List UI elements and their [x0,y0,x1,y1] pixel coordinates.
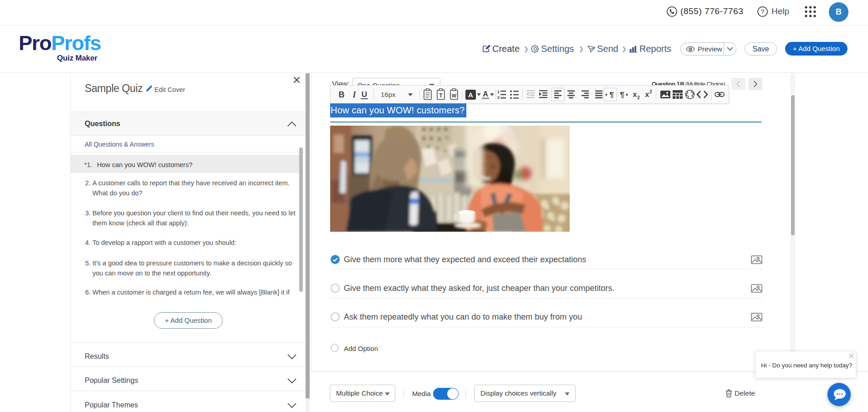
svg-text:A: A [483,90,488,98]
svg-text:1: 1 [497,90,500,94]
svg-text:16px: 16px [381,91,396,98]
svg-text:B: B [339,90,345,99]
svg-text:I: I [352,90,356,99]
svg-text:?: ? [761,8,764,15]
svg-text:W: W [452,93,457,98]
svg-text:2: 2 [497,95,500,100]
svg-text:x: x [645,91,649,98]
svg-text:A: A [468,91,473,99]
svg-text:2: 2 [649,89,652,94]
svg-text:U: U [362,90,367,99]
svg-text:¶: ¶ [609,91,613,99]
svg-text:x: x [633,91,637,98]
svg-text:T: T [439,92,443,99]
svg-text:2: 2 [637,95,640,100]
svg-text:¶: ¶ [620,91,624,99]
